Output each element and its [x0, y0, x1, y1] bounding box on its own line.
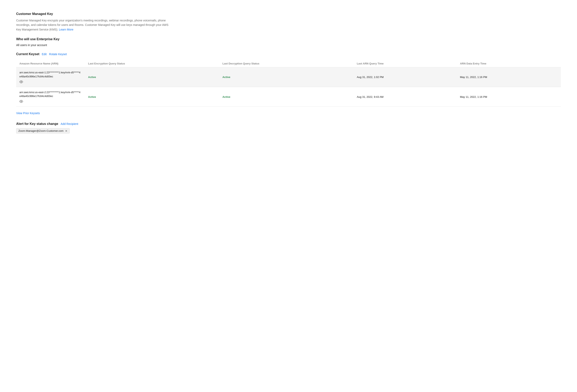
eye-icon-1[interactable] — [19, 100, 23, 103]
current-keyset-title: Current Keyset — [16, 52, 39, 56]
arn-text-1: arn:aws:kms:us-east-2:23*********1:key/m… — [19, 90, 82, 98]
alert-header: Alert for Key status change Add Recipien… — [16, 122, 561, 126]
eye-icon-0[interactable] — [19, 80, 23, 84]
email-tag-text: Zoom-Manager@Zoom-Customer.com — [18, 129, 64, 132]
email-tag-close-button[interactable]: ✕ — [65, 130, 68, 132]
arn-cell-0: arn:aws:kms:us-east-1:23*********1:key/m… — [16, 67, 85, 87]
decryption-status-1: Active — [219, 87, 354, 107]
arn-query-time-0: Aug 31, 2022, 1:02 PM — [354, 67, 457, 87]
view-prior-keysets-link[interactable]: View Prior Keysets — [16, 111, 40, 115]
learn-more-link[interactable]: Learn More — [59, 28, 73, 31]
svg-point-1 — [21, 101, 22, 102]
arn-query-time-1: Aug 31, 2022, 9:43 AM — [354, 87, 457, 107]
alert-section: Alert for Key status change Add Recipien… — [16, 122, 561, 134]
add-recipient-button[interactable]: Add Recipient — [61, 122, 78, 125]
page-description: Customer Managed Key encrypts your organ… — [16, 18, 174, 32]
encryption-status-0: Active — [85, 67, 219, 87]
table-header-encryption: Last Encryption Query Status — [85, 60, 219, 67]
who-uses-value: All users in your account — [16, 43, 561, 47]
table-header-row: Amazon Resource Name (ARN) Last Encrypti… — [16, 60, 561, 67]
table-header-data-entry-time: ARN Data Entry Time — [457, 60, 561, 67]
arn-text-0: arn:aws:kms:us-east-1:23*********1:key/m… — [19, 71, 82, 78]
who-uses-section: Who will use Enterprise Key All users in… — [16, 37, 561, 47]
table-header-decryption: Last Decryption Query Status — [219, 60, 354, 67]
current-keyset-header: Current Keyset Edit Rotate Keyset — [16, 52, 561, 56]
alert-title: Alert for Key status change — [16, 122, 58, 126]
who-uses-title: Who will use Enterprise Key — [16, 37, 561, 41]
table-row: arn:aws:kms:us-east-2:23*********1:key/m… — [16, 87, 561, 107]
svg-point-0 — [21, 81, 22, 82]
keyset-table: Amazon Resource Name (ARN) Last Encrypti… — [16, 60, 561, 107]
encryption-status-1: Active — [85, 87, 219, 107]
email-tag: Zoom-Manager@Zoom-Customer.com ✕ — [16, 128, 70, 134]
table-header-arn: Amazon Resource Name (ARN) — [16, 60, 85, 67]
arn-cell-1: arn:aws:kms:us-east-2:23*********1:key/m… — [16, 87, 85, 107]
rotate-keyset-button[interactable]: Rotate Keyset — [49, 53, 67, 56]
page-title: Customer Managed Key — [16, 12, 561, 16]
table-header-arn-query-time: Last ARN Query Time — [354, 60, 457, 67]
decryption-status-0: Active — [219, 67, 354, 87]
customer-managed-key-section: Customer Managed Key Customer Managed Ke… — [16, 12, 561, 32]
data-entry-time-1: May 11, 2022, 1:16 PM — [457, 87, 561, 107]
table-row: arn:aws:kms:us-east-1:23*********1:key/m… — [16, 67, 561, 87]
data-entry-time-0: May 11, 2022, 1:16 PM — [457, 67, 561, 87]
edit-button[interactable]: Edit — [42, 53, 47, 56]
